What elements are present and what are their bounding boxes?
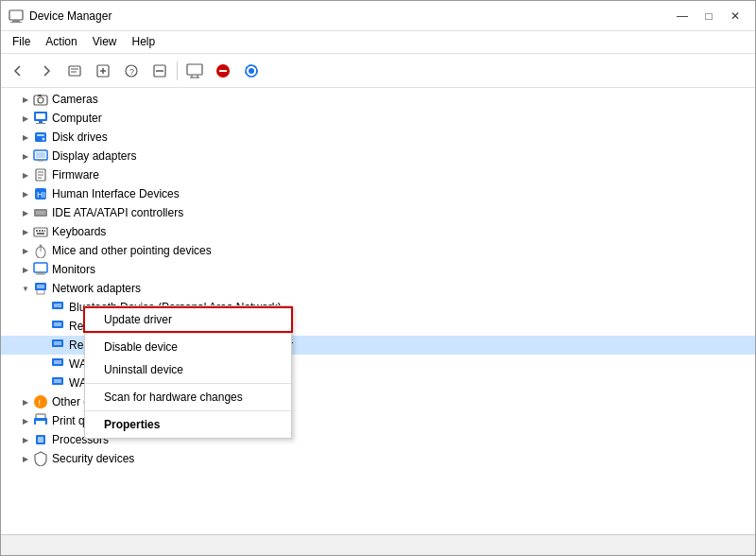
icon-bluetooth: [50, 300, 65, 315]
svg-rect-13: [187, 64, 202, 75]
tree-item-monitors[interactable]: ▶ Monitors: [1, 260, 755, 279]
expand-monitors[interactable]: ▶: [18, 262, 33, 277]
app-icon: [9, 9, 24, 24]
svg-rect-76: [38, 437, 43, 443]
expand-cameras[interactable]: ▶: [18, 92, 33, 107]
svg-point-23: [38, 97, 43, 103]
context-update-driver[interactable]: Update driver: [85, 308, 291, 331]
tree-item-hid[interactable]: ▶ HID Human Interface Devices: [1, 184, 755, 203]
device-tree[interactable]: ▶ Cameras ▶: [1, 88, 755, 534]
toolbar-collapse[interactable]: [146, 58, 173, 84]
toolbar-forward[interactable]: [33, 58, 60, 84]
svg-rect-2: [10, 22, 22, 23]
expand-other[interactable]: ▶: [18, 394, 33, 409]
toolbar: ?: [1, 54, 755, 88]
hid-label: Human Interface Devices: [52, 187, 180, 200]
svg-rect-42: [36, 211, 45, 215]
icon-realtek-rtl: [50, 338, 65, 353]
menu-bar: File Action View Help: [1, 31, 755, 54]
context-scan-hardware[interactable]: Scan for hardware changes: [85, 386, 291, 408]
icon-security: [33, 451, 48, 466]
icon-monitors: [33, 262, 48, 277]
display-label: Display adapters: [52, 149, 136, 163]
menu-file[interactable]: File: [5, 33, 38, 51]
icon-keyboards: [33, 224, 48, 239]
tree-item-network[interactable]: ▼ Network adapters: [1, 279, 755, 298]
expand-display[interactable]: ▶: [18, 148, 33, 164]
tree-item-cameras[interactable]: ▶ Cameras: [1, 90, 755, 109]
svg-rect-30: [37, 134, 44, 136]
cameras-label: Cameras: [52, 93, 98, 106]
icon-wan-sstp: [50, 375, 65, 391]
monitors-label: Monitors: [52, 263, 95, 276]
svg-rect-47: [44, 230, 45, 232]
expand-diskdrives[interactable]: ▶: [18, 130, 33, 145]
svg-rect-63: [54, 322, 61, 326]
tree-item-diskdrives[interactable]: ▶ Disk drives: [1, 128, 755, 147]
svg-rect-34: [38, 160, 43, 162]
expand-print[interactable]: ▶: [18, 413, 33, 428]
menu-action[interactable]: Action: [38, 33, 84, 51]
expand-hid[interactable]: ▶: [18, 186, 33, 201]
icon-ide: [33, 205, 48, 220]
context-disable-device[interactable]: Disable device: [85, 336, 291, 358]
tree-item-security[interactable]: ▶ Security devices: [1, 449, 755, 468]
tree-item-ide[interactable]: ▶ IDE ATA/ATAPI controllers: [1, 203, 755, 222]
minimize-button[interactable]: —: [670, 7, 695, 26]
svg-rect-46: [42, 230, 43, 232]
svg-rect-67: [54, 360, 61, 364]
tree-item-firmware[interactable]: ▶ Firmware: [1, 165, 755, 184]
security-label: Security devices: [52, 452, 134, 465]
tree-item-computer[interactable]: ▶ Computer: [1, 109, 755, 128]
toolbar-scan[interactable]: [238, 58, 265, 84]
svg-text:!: !: [39, 398, 42, 408]
close-button[interactable]: ✕: [723, 7, 747, 26]
svg-text:?: ?: [129, 67, 134, 77]
tree-item-display[interactable]: ▶ Display adapters: [1, 147, 755, 165]
network-label: Network adapters: [52, 282, 141, 295]
toolbar-back[interactable]: [5, 58, 31, 84]
toolbar-help[interactable]: ?: [118, 58, 145, 84]
svg-point-51: [40, 245, 43, 248]
icon-hid: HID: [33, 186, 48, 201]
expand-firmware[interactable]: ▶: [18, 167, 33, 182]
icon-computer: [33, 111, 48, 126]
context-sep-2: [85, 383, 291, 384]
toolbar-driver-detail[interactable]: [90, 58, 116, 84]
context-properties[interactable]: Properties: [85, 413, 291, 436]
icon-realtek-gbe: [50, 319, 65, 334]
expand-computer[interactable]: ▶: [18, 111, 33, 126]
update-driver-label: Update driver: [104, 313, 172, 326]
expand-security[interactable]: ▶: [18, 451, 33, 466]
window-controls: — □ ✕: [670, 7, 747, 26]
toolbar-sep-1: [177, 61, 178, 80]
toolbar-properties[interactable]: [61, 58, 88, 84]
svg-rect-44: [36, 230, 38, 232]
svg-point-31: [43, 138, 45, 141]
tree-item-keyboards[interactable]: ▶ Keyboards: [1, 222, 755, 241]
icon-wan-pppoe: [50, 356, 65, 372]
context-uninstall-device[interactable]: Uninstall device: [85, 358, 291, 381]
content-area: ▶ Cameras ▶: [1, 88, 755, 534]
toolbar-monitor[interactable]: [181, 58, 208, 84]
icon-other: !: [33, 394, 48, 409]
menu-help[interactable]: Help: [125, 33, 163, 51]
expand-keyboards[interactable]: ▶: [18, 224, 33, 239]
window-title: Device Manager: [29, 9, 670, 23]
svg-rect-54: [36, 274, 45, 275]
expand-network[interactable]: ▼: [18, 281, 33, 296]
maximize-button[interactable]: □: [696, 7, 721, 26]
computer-label: Computer: [52, 112, 102, 125]
disable-device-label: Disable device: [104, 340, 178, 354]
svg-rect-53: [38, 272, 43, 274]
svg-point-20: [249, 68, 254, 74]
expand-mice[interactable]: ▶: [18, 243, 33, 258]
tree-item-mice[interactable]: ▶ Mice and other pointing devices: [1, 241, 755, 260]
expand-ide[interactable]: ▶: [18, 205, 33, 220]
toolbar-remove[interactable]: [210, 58, 236, 84]
context-menu: Update driver Disable device Uninstall d…: [84, 305, 292, 439]
expand-processors[interactable]: ▶: [18, 432, 33, 447]
menu-view[interactable]: View: [85, 33, 125, 51]
context-sep-3: [85, 410, 291, 411]
icon-processors: [33, 432, 48, 447]
